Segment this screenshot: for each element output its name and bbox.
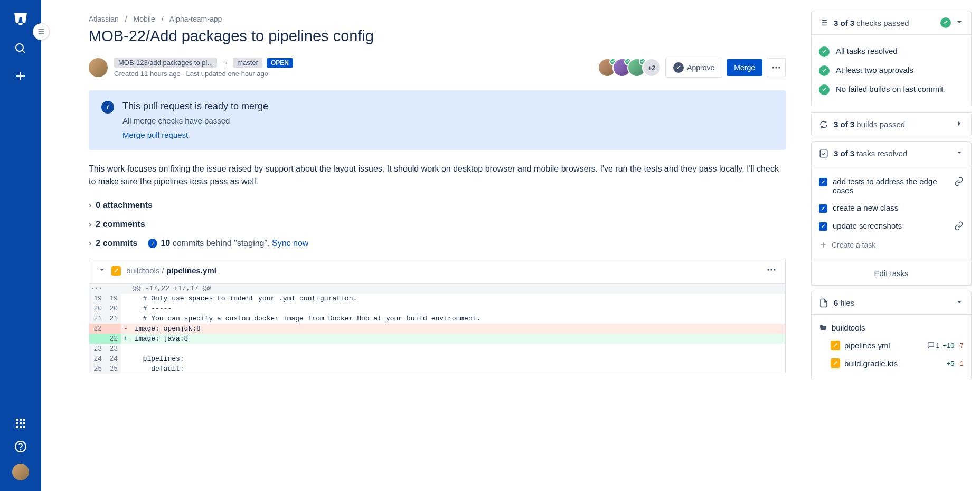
reviewer-more[interactable]: +2 [642,58,661,77]
apps-icon[interactable] [14,417,27,430]
hunk-header: @@ -17,22 +17,17 @@ [128,284,785,294]
svg-rect-10 [16,426,18,428]
builds-card: 3 of 3 builds passed [811,112,972,136]
author-avatar[interactable] [89,58,108,77]
checks-card: 3 of 3 checks passed All tasks resolvedA… [811,11,972,107]
lines-added: +5 [947,360,955,367]
comment-count: 1 [927,342,939,350]
diff-line[interactable]: 22+image: java:8 [89,334,785,344]
expand-hunk-icon[interactable]: ··· [89,284,104,294]
diff-line[interactable]: 2121 # You can specify a custom docker i… [89,314,785,324]
diff-file-path: buildtools / pipelines.yml [126,266,216,275]
breadcrumb-link[interactable]: Atlassian [89,15,119,23]
svg-rect-9 [23,422,25,424]
svg-point-14 [21,450,21,450]
file-icon [819,298,828,308]
svg-point-21 [768,269,769,270]
check-item: All tasks resolved [819,42,964,61]
svg-rect-7 [16,422,18,424]
svg-rect-5 [20,419,22,421]
bitbucket-logo-icon[interactable] [12,11,29,27]
main-content: Atlassian / Mobile / Alpha-team-app MOB-… [41,0,811,491]
chevron-right-icon: › [89,220,91,229]
banner-merge-link[interactable]: Merge pull request [123,130,188,139]
expand-sidebar-button[interactable] [33,23,50,40]
comments-section[interactable]: › 2 comments [89,220,786,229]
diff-line[interactable]: 1919 # Only use spaces to indent your .y… [89,294,785,304]
folder-open-icon [819,324,827,332]
chevron-down-icon [955,298,964,308]
file-modified-icon [831,341,840,350]
chevron-down-icon [955,18,964,28]
folder-row[interactable]: buildtools [819,319,964,336]
create-task-input[interactable]: Create a task [819,237,964,253]
task-item[interactable]: update screenshots [819,217,964,237]
check-icon [819,84,830,95]
breadcrumb-link[interactable]: Mobile [133,15,155,23]
svg-point-18 [772,67,774,68]
svg-line-1 [22,50,25,53]
breadcrumb-link[interactable]: Alpha-team-app [169,15,222,23]
global-sidebar [0,0,41,491]
commits-behind-info: i 10 commits behind "staging". Sync now [148,239,308,248]
reviewer-avatars: +2 [598,58,661,77]
tasks-card: 3 of 3 tasks resolved add tests to addre… [811,141,972,286]
chevron-right-icon [955,119,964,129]
diff-line[interactable]: 2323 [89,344,785,354]
files-header[interactable]: 6 files [812,291,971,314]
task-checkbox[interactable] [819,204,827,213]
file-item[interactable]: pipelines.yml1+10-7 [819,336,964,354]
chevron-right-icon: › [89,239,91,248]
svg-point-23 [774,269,775,270]
breadcrumb: Atlassian / Mobile / Alpha-team-app [89,15,786,23]
svg-rect-4 [16,419,18,421]
link-icon[interactable] [954,221,964,232]
create-icon[interactable] [14,70,27,82]
diff-line[interactable]: 22-image: openjdk:8 [89,324,785,334]
more-actions-button[interactable] [767,58,786,77]
builds-header[interactable]: 3 of 3 builds passed [812,113,971,136]
user-avatar[interactable] [12,464,29,480]
diff-line[interactable]: 2424 pipelines: [89,354,785,364]
pr-description: This work focuses on fixing the issue ra… [89,163,786,188]
svg-rect-12 [23,426,25,428]
attachments-section[interactable]: › 0 attachments [89,201,786,210]
svg-rect-8 [20,422,22,424]
check-icon [819,46,830,57]
svg-point-0 [16,44,23,51]
target-branch[interactable]: master [233,58,262,68]
chevron-down-icon[interactable] [98,266,106,276]
link-icon[interactable] [954,177,964,188]
task-checkbox[interactable] [819,222,827,231]
merge-button[interactable]: Merge [727,59,762,76]
source-branch[interactable]: MOB-123/add packages to pi... [114,58,217,68]
approve-button[interactable]: Approve [665,58,722,78]
task-checkbox[interactable] [819,178,827,186]
diff-panel: buildtools / pipelines.yml ···@@ -17,22 … [89,258,786,374]
commits-section[interactable]: › 2 commits i 10 commits behind "staging… [89,239,786,248]
file-modified-icon [831,358,840,368]
lines-removed: -7 [957,342,964,350]
diff-line[interactable]: 2020 # ----- [89,304,785,314]
task-item[interactable]: create a new class [819,199,964,217]
file-item[interactable]: build.gradle.kts+5-1 [819,354,964,372]
tasks-header[interactable]: 3 of 3 tasks resolved [812,142,971,165]
diff-line[interactable]: 2525 default: [89,364,785,374]
merge-ready-banner: i This pull request is ready to merge Al… [89,90,786,150]
task-item[interactable]: add tests to address the edge cases [819,173,964,199]
svg-point-20 [778,67,780,68]
edit-tasks-button[interactable]: Edit tasks [812,261,971,285]
chevron-down-icon [955,148,964,158]
sync-now-link[interactable]: Sync now [272,239,308,248]
file-modified-icon [111,266,121,276]
diff-more-icon[interactable] [766,265,777,277]
checks-header[interactable]: 3 of 3 checks passed [812,11,971,34]
status-badge: OPEN [267,58,293,68]
lines-removed: -1 [957,360,964,367]
info-icon: i [101,101,114,114]
chevron-right-icon: › [89,201,91,210]
check-item: At least two approvals [819,61,964,80]
help-icon[interactable] [14,440,27,453]
svg-rect-11 [20,426,22,428]
search-icon[interactable] [14,42,27,55]
